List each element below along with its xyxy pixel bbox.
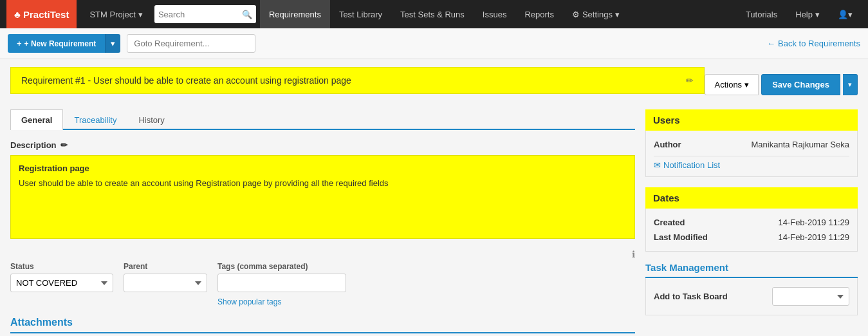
user-icon: 👤 <box>838 10 848 19</box>
attachments-header: Attachments <box>10 317 635 333</box>
tab-history[interactable]: History <box>127 109 175 130</box>
modified-label: Last Modified <box>654 232 708 242</box>
notification-list-link[interactable]: ✉ Notification List <box>654 160 849 170</box>
status-group: Status NOT COVERED PASS FAIL BLOCKED N/A <box>10 262 113 292</box>
status-select[interactable]: NOT COVERED PASS FAIL BLOCKED N/A <box>10 274 113 292</box>
modified-row: Last Modified 14-Feb-2019 11:29 <box>654 230 849 245</box>
right-column: Users Author Manikanta Rajkumar Seka ✉ N… <box>645 109 858 336</box>
task-section: Task Management Add to Task Board <box>645 262 858 315</box>
edit-title-icon[interactable]: ✏ <box>686 75 694 86</box>
new-chevron-icon: ▾ <box>111 39 115 48</box>
created-label: Created <box>654 218 685 227</box>
add-task-label: Add to Task Board <box>654 292 728 301</box>
search-input[interactable] <box>158 10 242 19</box>
save-changes-button[interactable]: Save Changes <box>761 74 840 95</box>
save-changes-dropdown-button[interactable]: ▾ <box>843 74 858 95</box>
add-task-row: Add to Task Board <box>654 285 849 308</box>
settings-chevron-icon: ▾ <box>615 10 620 19</box>
gear-icon: ⚙ <box>572 10 580 19</box>
divider <box>654 156 849 156</box>
search-box: 🔍 <box>154 5 256 23</box>
nav-item-requirements[interactable]: Requirements <box>260 0 330 28</box>
form-info-row: ℹ <box>10 249 635 259</box>
description-text: User should be able to create an account… <box>19 177 627 190</box>
nav-help[interactable]: Help ▾ <box>786 0 829 28</box>
nav-project[interactable]: STM Project ▾ <box>82 0 151 28</box>
description-title: Registration page <box>19 163 627 173</box>
tags-label: Tags (comma separated) <box>217 262 346 271</box>
description-box: Registration page User should be able to… <box>10 155 635 239</box>
nav-item-settings[interactable]: ⚙ Settings ▾ <box>563 0 629 28</box>
show-popular-tags-link[interactable]: Show popular tags <box>217 297 346 306</box>
users-header: Users <box>645 109 858 131</box>
author-value: Manikanta Rajkumar Seka <box>752 140 849 149</box>
envelope-icon: ✉ <box>654 160 661 170</box>
new-requirement-button[interactable]: + + New Requirement <box>8 34 105 53</box>
dates-header: Dates <box>645 187 858 209</box>
goto-requirement-input[interactable] <box>127 34 255 53</box>
user-chevron-icon: ▾ <box>848 10 853 19</box>
tags-input[interactable] <box>217 274 346 292</box>
help-chevron-icon: ▾ <box>815 10 820 19</box>
created-row: Created 14-Feb-2019 11:29 <box>654 215 849 230</box>
info-icon: ℹ <box>632 249 635 259</box>
tab-general[interactable]: General <box>10 109 63 130</box>
users-section: Users Author Manikanta Rajkumar Seka ✉ N… <box>645 109 858 177</box>
requirement-title-bar: Requirement #1 - User should be able to … <box>10 67 705 94</box>
nav-item-test-sets[interactable]: Test Sets & Runs <box>391 0 474 28</box>
created-value: 14-Feb-2019 11:29 <box>778 218 849 227</box>
requirement-title: Requirement #1 - User should be able to … <box>21 75 681 86</box>
attachments-section: Attachments 🔗 Add attachments <box>10 317 635 336</box>
parent-group: Parent <box>124 262 207 292</box>
task-board-select[interactable] <box>772 287 849 306</box>
main-content: Requirement #1 - User should be able to … <box>0 59 868 336</box>
parent-select[interactable] <box>124 274 207 292</box>
modified-value: 14-Feb-2019 11:29 <box>778 232 849 242</box>
nav-item-issues[interactable]: Issues <box>474 0 516 28</box>
logo-text: ♣ PractiTest <box>14 9 69 20</box>
tabs: General Traceability History <box>10 109 635 130</box>
nav-tutorials[interactable]: Tutorials <box>737 0 786 28</box>
edit-description-icon[interactable]: ✏ <box>60 140 68 150</box>
nav-project-label: STM Project <box>89 10 136 19</box>
left-column: General Traceability History Description… <box>10 109 635 336</box>
task-header: Task Management <box>645 262 858 278</box>
tab-traceability[interactable]: Traceability <box>63 109 127 130</box>
nav-item-reports[interactable]: Reports <box>515 0 563 28</box>
form-fields-row: Status NOT COVERED PASS FAIL BLOCKED N/A… <box>10 262 635 306</box>
logo[interactable]: ♣ PractiTest <box>6 0 77 28</box>
task-body: Add to Task Board <box>645 278 858 315</box>
new-requirement-dropdown-button[interactable]: ▾ <box>105 34 120 53</box>
top-navigation: ♣ PractiTest STM Project ▾ 🔍 Requirement… <box>0 0 868 28</box>
requirement-header-row: Requirement #1 - User should be able to … <box>10 67 858 102</box>
users-body: Author Manikanta Rajkumar Seka ✉ Notific… <box>645 131 858 177</box>
sub-navigation: + + New Requirement ▾ ← Back to Requirem… <box>0 28 868 59</box>
back-arrow-icon: ← <box>767 39 775 48</box>
dates-body: Created 14-Feb-2019 11:29 Last Modified … <box>645 209 858 252</box>
save-chevron-icon: ▾ <box>848 80 852 88</box>
status-label: Status <box>10 262 113 271</box>
author-label: Author <box>654 140 681 149</box>
parent-label: Parent <box>124 262 207 271</box>
header-actions: Actions ▾ Save Changes ▾ <box>705 74 858 95</box>
back-to-requirements-link[interactable]: ← Back to Requirements <box>767 39 860 48</box>
actions-button[interactable]: Actions ▾ <box>705 74 759 95</box>
nav-item-test-library[interactable]: Test Library <box>330 0 391 28</box>
project-chevron-icon: ▾ <box>138 10 143 19</box>
description-label: Description ✏ <box>10 140 635 150</box>
nav-user[interactable]: 👤 ▾ <box>829 0 862 28</box>
dates-section: Dates Created 14-Feb-2019 11:29 Last Mod… <box>645 187 858 252</box>
tags-group: Tags (comma separated) Show popular tags <box>217 262 346 306</box>
author-row: Author Manikanta Rajkumar Seka <box>654 137 849 152</box>
nav-right: Tutorials Help ▾ 👤 ▾ <box>737 0 862 28</box>
actions-chevron-icon: ▾ <box>744 80 749 89</box>
plus-icon: + <box>17 39 22 48</box>
search-icon: 🔍 <box>242 10 252 19</box>
two-col-layout: General Traceability History Description… <box>10 109 858 336</box>
